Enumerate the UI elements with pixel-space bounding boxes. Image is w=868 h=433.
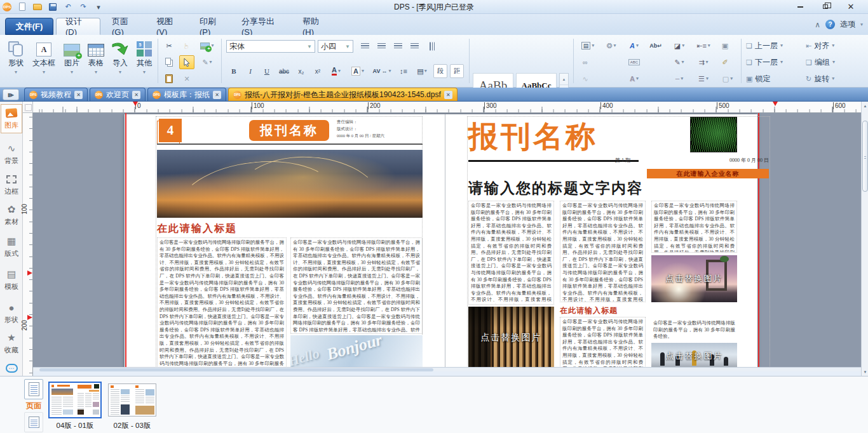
draw-pen-button[interactable]: ✎▾: [197, 55, 217, 69]
align-left-button[interactable]: [357, 39, 372, 53]
page-thumbnail-2[interactable]: [108, 383, 156, 416]
ruler-marker[interactable]: [27, 270, 32, 276]
design-canvas[interactable]: 4 报刊名称 责任编辑： 版式设计： 0000 年 0 月 00 日 / 星期六…: [33, 113, 861, 371]
credits-block[interactable]: 责任编辑： 版式设计： 0000 年 0 月 00 日 / 星期六: [337, 118, 422, 139]
thumbnail-caption[interactable]: 02版 - 03版: [102, 421, 163, 430]
sunset-arch-photo[interactable]: 点击替换图片: [651, 255, 737, 302]
font-name-select[interactable]: 宋体▼: [226, 40, 315, 53]
link-button[interactable]: ∞: [577, 55, 593, 69]
right-page-column-2[interactable]: 金印客是一家专业数码与传统网络排版印刷的服务平台，拥有 30 多年印刷服务经验，…: [560, 201, 646, 302]
menu-print[interactable]: 印刷(P): [191, 18, 230, 35]
align-justify-button[interactable]: [407, 39, 422, 53]
options-button[interactable]: 选项: [840, 19, 855, 30]
dash-style-button[interactable]: ┄▾: [668, 72, 690, 86]
menu-view[interactable]: 视图(V): [147, 18, 188, 35]
menu-page[interactable]: 页面(G): [103, 18, 145, 35]
right-page-column-3b[interactable]: 金印客是一家专业数码与传统网络排版印刷的服务平台，拥有 30 多年印刷服务经验。: [651, 319, 737, 340]
menu-share-export[interactable]: 分享导出(S): [233, 18, 291, 35]
corner-style-button[interactable]: ▢▾: [717, 72, 738, 86]
left-masthead-box[interactable]: 报刊名称: [249, 120, 329, 141]
tab-template-library[interactable]: DPS 模板库：报纸 ✕: [147, 88, 226, 101]
strikethrough-button[interactable]: abc: [276, 64, 292, 78]
thumbnail-caption[interactable]: 04版 - 01版: [44, 421, 105, 430]
align-objects-button[interactable]: ⇤对齐▾: [806, 39, 834, 53]
lock-object-button[interactable]: ▣锁定: [746, 72, 770, 86]
send-backward-button[interactable]: ❏下一层▾: [746, 55, 783, 69]
tab-video-tutorial[interactable]: DPS 视频教程 ✕: [24, 88, 88, 101]
textbox-tool-button[interactable]: A 文本框▾: [29, 37, 58, 84]
open-folder-icon[interactable]: [32, 2, 43, 12]
hand-tool-button[interactable]: ☞: [179, 39, 194, 53]
sidebar-item-template[interactable]: ▤ 模板: [1, 265, 22, 295]
left-page-headline[interactable]: 在此请输入标题: [157, 222, 237, 236]
sidebar-item-assets[interactable]: ✿ 素材: [1, 201, 22, 230]
vertical-scrollbar[interactable]: ▲ ▼: [861, 102, 868, 376]
close-button[interactable]: ✕: [843, 2, 859, 12]
format-brush-button[interactable]: ✐: [717, 55, 733, 69]
text-direction-button[interactable]: Ab↵: [647, 39, 665, 53]
save-icon[interactable]: [47, 2, 58, 12]
left-page-column-2[interactable]: 金印客是一家专业数码与传统网络排版印刷的服务平台，拥有 30 多年印刷服务经验，…: [290, 237, 423, 334]
v-scroll-thumb[interactable]: [862, 121, 868, 192]
right-page-column-3[interactable]: 金印客是一家专业数码与传统网络排版印刷的服务平台，拥有 30 多年印刷服务经验，…: [651, 201, 737, 253]
pine-branch-image[interactable]: [690, 117, 737, 152]
copy-button[interactable]: [161, 55, 177, 69]
sidebar-item-shapes[interactable]: ● 形状: [1, 298, 22, 328]
columns-button[interactable]: ▤▾: [413, 64, 431, 78]
red-guide-line[interactable]: [125, 113, 126, 371]
picture-edit-tool-button[interactable]: ▾: [197, 39, 217, 53]
horizontal-scrollbar[interactable]: [33, 367, 861, 371]
minimize-button[interactable]: [792, 2, 808, 12]
right-masthead[interactable]: 报刊名称: [468, 114, 646, 159]
panel-expander-icon[interactable]: ▮▶: [3, 89, 19, 100]
help-icon[interactable]: ?: [825, 20, 835, 29]
ruler-marker[interactable]: [133, 102, 138, 106]
sidebar-item-layout[interactable]: ▦ 版式: [1, 232, 22, 262]
layers-panel-button[interactable]: ▣: [717, 39, 733, 53]
company-name-bar[interactable]: 在此请输入企业名称: [647, 169, 769, 178]
cut-button[interactable]: ✂: [161, 39, 177, 53]
menu-help[interactable]: 帮助(H): [294, 18, 336, 35]
close-tab-icon[interactable]: ✕: [74, 91, 83, 99]
paragraph-settings-button[interactable]: 段: [433, 64, 447, 78]
import-tool-button[interactable]: 导入▾: [108, 37, 132, 84]
styles-scroll-up-icon[interactable]: ▲: [560, 74, 568, 85]
fill-color-button[interactable]: ◪▾: [668, 39, 690, 53]
left-page-column-1[interactable]: 金印客是一家专业数码与传统网络排版印刷的服务平台，拥有 30 多年印刷服务经验，…: [157, 237, 287, 369]
text-wrap-button[interactable]: ▤▾: [577, 39, 599, 53]
shape-effects-button[interactable]: ❂▾: [601, 39, 621, 53]
vertical-ruler[interactable]: 100 200: [23, 113, 33, 376]
group-objects-button[interactable]: ❑编组▾: [806, 55, 835, 69]
h-scroll-thumb[interactable]: [39, 368, 433, 371]
redo-icon[interactable]: ↷: [78, 2, 89, 12]
sidebar-item-border[interactable]: 边框: [1, 170, 22, 199]
spacing-settings-button[interactable]: 距: [450, 64, 464, 78]
page-number-badge[interactable]: 4: [159, 119, 182, 142]
highlight-color-button[interactable]: A▾: [348, 64, 367, 78]
ruler-marker[interactable]: [27, 315, 32, 320]
collapse-ribbon-icon[interactable]: ∧: [815, 20, 820, 29]
line-style-button[interactable]: ✎▾: [668, 55, 690, 69]
close-tab-icon[interactable]: ✕: [132, 91, 140, 99]
sections-view-button[interactable]: [24, 412, 43, 432]
bring-forward-button[interactable]: ❏上一层▾: [746, 39, 783, 53]
new-document-icon[interactable]: [17, 2, 28, 12]
align-right-button[interactable]: [390, 39, 405, 53]
shapes-tool-button[interactable]: 形状▾: [4, 37, 28, 84]
undo-icon[interactable]: ↶: [62, 2, 74, 12]
other-tool-button[interactable]: 5 其他▾: [132, 37, 156, 84]
sidebar-item-background[interactable]: ∿ 背景: [1, 140, 22, 169]
align-center-button[interactable]: [374, 39, 389, 53]
right-page-column-1[interactable]: 金印客是一家专业数码与传统网络排版印刷的服务平台，拥有 30 多年印刷服务经验，…: [468, 201, 554, 305]
right-page-headline[interactable]: 请输入您的标题文字内容: [468, 178, 643, 198]
arrow-style-button[interactable]: ⇉▾: [693, 55, 714, 69]
menu-file[interactable]: 文件(F): [5, 18, 53, 35]
unlink-button[interactable]: ∿: [577, 72, 593, 86]
chess-photo[interactable]: 点击替换图片: [651, 343, 737, 369]
ruler-marker[interactable]: [773, 102, 778, 106]
rotate-object-button[interactable]: ↻旋转▾: [806, 72, 834, 86]
text-effect-3d-button[interactable]: A▾: [624, 72, 644, 86]
line-weight-button[interactable]: ☰▾: [693, 72, 714, 86]
spell-check-button[interactable]: ABC: [624, 55, 644, 69]
city-skyline-image[interactable]: [157, 150, 423, 218]
